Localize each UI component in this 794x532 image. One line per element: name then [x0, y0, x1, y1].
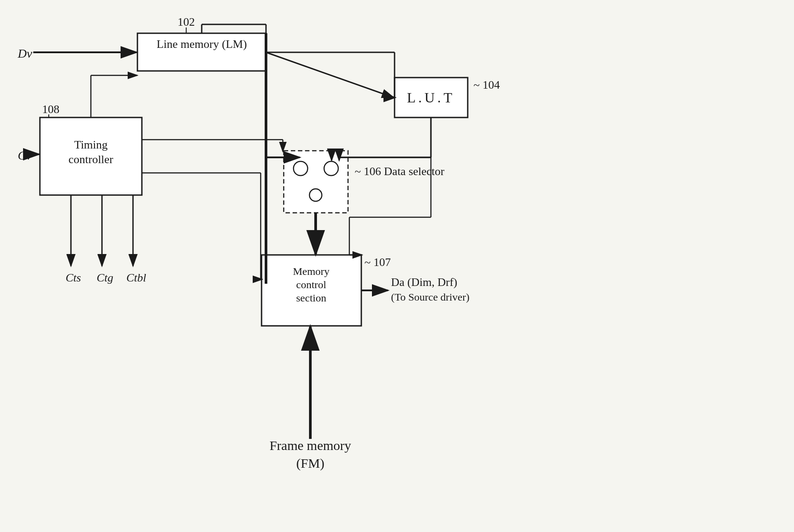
timing-controller-label1: Timing — [74, 138, 108, 151]
diagram-container: Line memory (LM) 102 L.U.T ~ 104 Timing … — [0, 0, 794, 532]
memory-control-label3: section — [296, 292, 326, 304]
switch-bottom — [309, 189, 322, 201]
ref-108-label: 108 — [42, 103, 59, 116]
cts-label: Cts — [66, 271, 81, 284]
ctbl-label: Ctbl — [126, 271, 146, 284]
frame-memory-label: Frame memory — [270, 438, 351, 453]
timing-controller-label2: controller — [68, 153, 113, 166]
switch-right — [324, 161, 338, 176]
da-label: Da (Dim, Drf) — [391, 276, 457, 289]
circuit-diagram: Line memory (LM) 102 L.U.T ~ 104 Timing … — [0, 0, 794, 532]
data-selector-block — [284, 151, 348, 213]
ref-107-label: ~ 107 — [364, 256, 391, 269]
ref-104-label: ~ 104 — [473, 78, 500, 91]
to-source-driver-label: (To Source driver) — [391, 291, 469, 303]
line-memory-label: Line memory (LM) — [156, 38, 247, 51]
memory-control-label2: control — [296, 279, 326, 290]
ref-102-label: 102 — [178, 16, 195, 28]
lut-label: L.U.T — [407, 90, 455, 106]
ctg-label: Ctg — [97, 271, 113, 284]
cv-label: Cv — [18, 149, 32, 162]
dv-label: Dv — [17, 47, 32, 60]
frame-memory-paren-label: (FM) — [296, 456, 324, 471]
switch-left — [293, 161, 308, 176]
memory-control-label1: Memory — [293, 266, 330, 277]
